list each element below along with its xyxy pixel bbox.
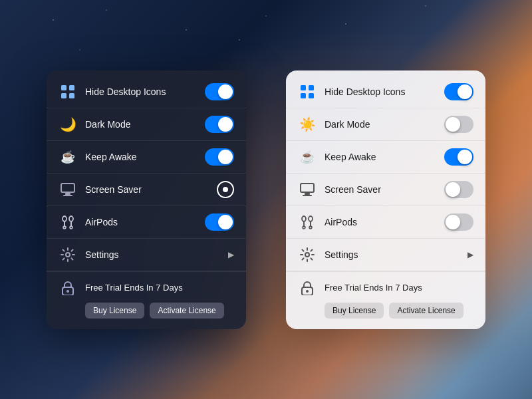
svg-point-23 <box>302 216 306 221</box>
light-keep-awake-label: Keep Awake <box>325 152 444 162</box>
svg-point-31 <box>306 290 309 293</box>
svg-rect-1 <box>69 85 74 90</box>
light-panel-footer: Free Trial Ends In 7 Days Buy License Ac… <box>286 271 485 324</box>
light-trial-row: Free Trial Ends In 7 Days <box>298 279 473 297</box>
svg-point-29 <box>305 253 309 257</box>
toggle-thumb <box>446 215 460 229</box>
dark-hide-desktop-icons-toggle[interactable] <box>205 83 234 100</box>
svg-rect-5 <box>65 193 70 195</box>
svg-rect-3 <box>69 93 74 98</box>
dark-trial-text: Free Trial Ends In 7 Days <box>85 283 183 293</box>
toggle-thumb <box>458 84 472 99</box>
light-keep-awake-toggle[interactable] <box>444 148 473 166</box>
grid-icon <box>298 82 317 101</box>
svg-point-26 <box>309 216 313 221</box>
coffee-icon: ☕ <box>59 148 77 166</box>
light-settings-item[interactable]: Settings ▶ <box>286 239 485 271</box>
light-airpods-toggle[interactable] <box>444 213 473 231</box>
dark-settings-arrow: ▶ <box>228 250 234 259</box>
light-activate-license-button[interactable]: Activate License <box>389 303 463 319</box>
svg-rect-16 <box>301 85 306 90</box>
dark-airpods-item: AirPods <box>47 206 246 239</box>
monitor-icon <box>59 180 77 199</box>
dark-dark-mode-label: Dark Mode <box>85 119 205 130</box>
toggle-thumb <box>458 150 472 164</box>
light-screen-saver-toggle[interactable] <box>444 181 473 198</box>
svg-rect-21 <box>305 193 310 195</box>
dark-keep-awake-label: Keep Awake <box>85 152 205 162</box>
monitor-icon <box>298 180 317 199</box>
toggle-thumb <box>218 117 233 132</box>
light-hide-desktop-icons-item: Hide Desktop Icons <box>286 76 485 108</box>
toggle-thumb <box>218 215 233 229</box>
light-settings-arrow: ▶ <box>467 250 473 259</box>
svg-rect-18 <box>301 93 306 98</box>
dark-settings-label: Settings <box>85 249 228 260</box>
svg-rect-0 <box>61 85 66 90</box>
dark-keep-awake-toggle[interactable] <box>205 148 234 166</box>
grid-icon <box>59 82 77 101</box>
dark-trial-buttons: Buy License Activate License <box>59 303 234 319</box>
light-airpods-item: AirPods <box>286 206 485 239</box>
light-airpods-label: AirPods <box>325 217 444 227</box>
light-settings-label: Settings <box>325 249 467 260</box>
radio-inner <box>223 187 228 192</box>
light-dark-mode-item: ☀️ Dark Mode <box>286 108 485 141</box>
dark-screen-saver-radio[interactable] <box>217 181 234 198</box>
dark-panel: Hide Desktop Icons 🌙 Dark Mode ☕ Keep Aw… <box>47 70 246 329</box>
airpods-icon <box>298 213 317 231</box>
dark-screen-saver-item: Screen Saver <box>47 174 246 206</box>
svg-rect-17 <box>309 85 314 90</box>
dark-trial-row: Free Trial Ends In 7 Days <box>59 279 234 297</box>
dark-keep-awake-item: ☕ Keep Awake <box>47 141 246 174</box>
light-trial-buttons: Buy License Activate License <box>298 303 473 319</box>
light-panel: Hide Desktop Icons ☀️ Dark Mode ☕ Keep A… <box>286 70 485 329</box>
dark-airpods-toggle[interactable] <box>205 213 234 231</box>
toggle-thumb <box>218 150 233 164</box>
light-trial-text: Free Trial Ends In 7 Days <box>325 283 422 293</box>
toggle-thumb <box>218 84 233 99</box>
panels-container: Hide Desktop Icons 🌙 Dark Mode ☕ Keep Aw… <box>0 0 532 399</box>
svg-rect-4 <box>61 184 74 192</box>
coffee-icon: ☕ <box>298 148 317 166</box>
light-buy-license-button[interactable]: Buy License <box>325 303 384 319</box>
toggle-thumb <box>446 117 460 132</box>
gear-icon <box>59 245 77 264</box>
svg-rect-19 <box>309 93 314 98</box>
svg-rect-2 <box>61 93 66 98</box>
light-hide-desktop-icons-label: Hide Desktop Icons <box>325 86 444 97</box>
dark-hide-desktop-icons-item: Hide Desktop Icons <box>47 76 246 108</box>
dark-airpods-label: AirPods <box>85 217 205 227</box>
dark-dark-mode-toggle[interactable] <box>205 116 234 133</box>
svg-rect-20 <box>301 184 314 192</box>
dark-dark-mode-item: 🌙 Dark Mode <box>47 108 246 141</box>
svg-point-10 <box>69 216 73 221</box>
svg-point-7 <box>63 216 66 221</box>
sun-icon: ☀️ <box>298 115 317 134</box>
light-hide-desktop-icons-toggle[interactable] <box>444 83 473 100</box>
dark-settings-item[interactable]: Settings ▶ <box>47 239 246 271</box>
light-screen-saver-item: Screen Saver <box>286 174 485 206</box>
gear-icon <box>298 245 317 264</box>
light-dark-mode-toggle[interactable] <box>444 116 473 133</box>
dark-panel-footer: Free Trial Ends In 7 Days Buy License Ac… <box>47 271 246 324</box>
lock-icon <box>59 279 77 297</box>
dark-activate-license-button[interactable]: Activate License <box>150 303 223 319</box>
light-screen-saver-label: Screen Saver <box>325 184 444 195</box>
dark-screen-saver-label: Screen Saver <box>85 184 217 195</box>
dark-buy-license-button[interactable]: Buy License <box>85 303 144 319</box>
dark-hide-desktop-icons-label: Hide Desktop Icons <box>85 86 205 97</box>
toggle-thumb <box>446 182 460 197</box>
lock-icon <box>298 279 317 297</box>
light-keep-awake-item: ☕ Keep Awake <box>286 141 485 174</box>
light-dark-mode-label: Dark Mode <box>325 119 444 130</box>
svg-point-15 <box>66 290 69 293</box>
airpods-icon <box>59 213 77 231</box>
svg-point-13 <box>66 253 70 257</box>
moon-icon: 🌙 <box>59 115 77 134</box>
